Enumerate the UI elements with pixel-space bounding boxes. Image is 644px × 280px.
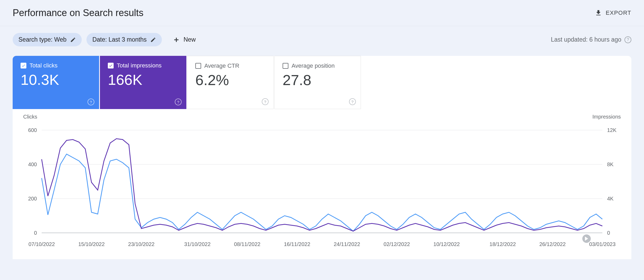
filter-chip-label: Search type: Web <box>18 36 66 43</box>
metric-tab-clicks[interactable]: Total clicks 10.3K ? <box>13 56 99 109</box>
page-title: Performance on Search results <box>13 7 143 18</box>
filter-chip-search-type[interactable]: Search type: Web <box>13 33 82 46</box>
svg-text:10/12/2022: 10/12/2022 <box>433 241 460 247</box>
pencil-icon <box>150 37 156 43</box>
svg-text:0: 0 <box>34 230 37 236</box>
plus-icon <box>173 36 180 43</box>
help-icon[interactable]: ? <box>175 99 182 105</box>
download-icon <box>595 9 602 17</box>
export-label: EXPORT <box>606 9 631 16</box>
metric-label: Total clicks <box>30 62 57 69</box>
add-filter-button[interactable]: New <box>169 33 199 46</box>
checkbox-checked-icon <box>108 63 114 68</box>
svg-text:23/10/2022: 23/10/2022 <box>128 241 154 247</box>
svg-text:31/10/2022: 31/10/2022 <box>184 241 211 247</box>
header: Performance on Search results EXPORT <box>0 0 644 26</box>
metric-value: 10.3K <box>21 71 91 88</box>
svg-text:24/11/2022: 24/11/2022 <box>334 241 360 247</box>
add-filter-label: New <box>183 36 196 43</box>
metric-label: Average position <box>292 62 335 69</box>
checkbox-checked-icon <box>21 63 26 68</box>
last-updated-text: Last updated: 6 hours ago <box>551 36 621 43</box>
svg-text:03/01/2023: 03/01/2023 <box>589 241 616 247</box>
checkbox-unchecked-icon <box>283 63 288 69</box>
help-icon[interactable]: ? <box>349 98 356 105</box>
checkbox-unchecked-icon <box>195 63 201 69</box>
svg-text:16/11/2022: 16/11/2022 <box>284 241 310 247</box>
svg-text:8K: 8K <box>607 161 614 167</box>
metric-tab-position[interactable]: Average position 27.8 ? <box>274 56 361 109</box>
svg-text:0: 0 <box>607 230 610 236</box>
metric-value: 27.8 <box>283 71 353 89</box>
svg-text:400: 400 <box>28 161 37 167</box>
svg-text:200: 200 <box>28 196 37 202</box>
chart-container: Clicks Impressions 60012K4008K2004K0007/… <box>13 109 631 259</box>
metric-value: 6.2% <box>195 71 265 89</box>
pencil-icon <box>70 37 76 43</box>
help-icon[interactable]: ? <box>88 99 94 105</box>
export-button[interactable]: EXPORT <box>595 9 631 17</box>
svg-text:26/12/2022: 26/12/2022 <box>539 241 566 247</box>
svg-text:4K: 4K <box>607 196 614 202</box>
svg-text:18/12/2022: 18/12/2022 <box>490 241 516 247</box>
help-icon[interactable]: ? <box>624 36 631 43</box>
filter-row: Search type: Web Date: Last 3 months New… <box>0 26 644 53</box>
svg-text:08/11/2022: 08/11/2022 <box>234 241 260 247</box>
svg-text:02/12/2022: 02/12/2022 <box>384 241 410 247</box>
y-axis-left-title: Clicks <box>23 114 37 120</box>
filter-chip-date[interactable]: Date: Last 3 months <box>86 33 162 46</box>
metric-label: Average CTR <box>204 62 239 69</box>
svg-text:15/10/2022: 15/10/2022 <box>78 241 105 247</box>
metric-label: Total impressions <box>117 62 162 69</box>
svg-text:12K: 12K <box>607 127 617 133</box>
metric-tabs: Total clicks 10.3K ? Total impressions 1… <box>13 56 631 109</box>
metric-tab-impressions[interactable]: Total impressions 166K ? <box>100 56 186 109</box>
metric-tab-ctr[interactable]: Average CTR 6.2% ? <box>187 56 274 109</box>
metric-value: 166K <box>108 71 178 88</box>
svg-text:600: 600 <box>28 127 37 133</box>
svg-text:07/10/2022: 07/10/2022 <box>28 241 55 247</box>
performance-card: Total clicks 10.3K ? Total impressions 1… <box>13 56 631 259</box>
last-updated: Last updated: 6 hours ago ? <box>551 36 631 43</box>
filter-chip-label: Date: Last 3 months <box>92 36 147 43</box>
help-icon[interactable]: ? <box>262 98 269 105</box>
y-axis-right-title: Impressions <box>592 114 621 120</box>
performance-chart[interactable]: 60012K4008K2004K0007/10/202215/10/202223… <box>23 117 621 259</box>
